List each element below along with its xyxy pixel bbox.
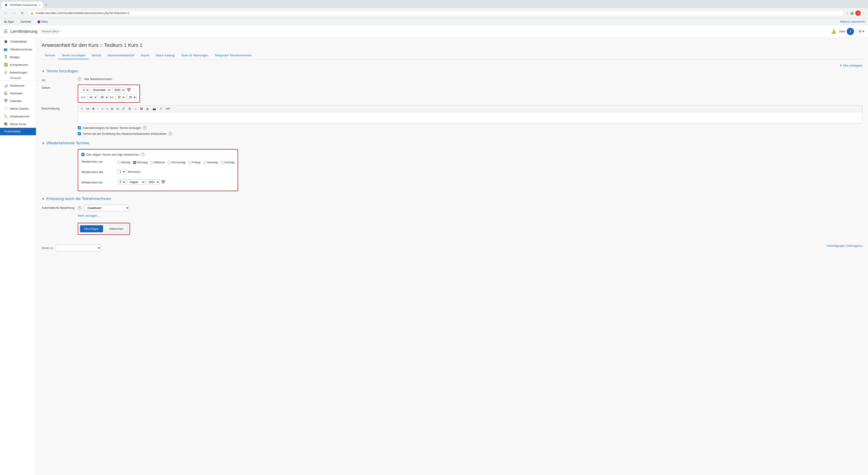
von-min-select[interactable]: 00 bbox=[99, 94, 109, 100]
new-tab-btn[interactable]: + bbox=[44, 3, 49, 7]
star-btn[interactable]: ☆ bbox=[846, 11, 849, 15]
rte-link-btn[interactable]: 🔗 bbox=[121, 107, 127, 111]
bookmark-zammad[interactable]: Zammad bbox=[19, 20, 32, 24]
sidebar-item-kalender[interactable]: 📅 Kalender bbox=[0, 97, 36, 105]
freitag-checkbox[interactable] bbox=[188, 161, 191, 164]
notification-bell-btn[interactable]: 🔔 bbox=[831, 29, 836, 34]
hinzufuegen-btn[interactable]: Hinzufügen bbox=[80, 225, 103, 232]
datum-day-select[interactable]: 3 bbox=[81, 87, 89, 93]
day-sonntag: Sonntag bbox=[221, 161, 235, 164]
rte-unlink-btn[interactable]: ⛓ bbox=[127, 107, 132, 111]
reload-btn[interactable]: ↻ bbox=[19, 10, 25, 16]
tab-termine[interactable]: Termine bbox=[41, 52, 58, 59]
rte-bold-btn[interactable]: B bbox=[91, 107, 96, 111]
bis-day-select[interactable]: 8 bbox=[118, 179, 126, 185]
tab-bericht[interactable]: Bericht bbox=[89, 52, 104, 59]
datum-calendar-icon[interactable]: 📅 bbox=[127, 88, 131, 92]
rte-list2-btn[interactable]: ≡ bbox=[105, 107, 109, 111]
rte-image-btn[interactable]: 🖼 bbox=[139, 107, 144, 111]
donnerstag-checkbox[interactable] bbox=[168, 161, 170, 164]
rte-italic-btn[interactable]: I bbox=[96, 107, 100, 111]
sonntag-checkbox[interactable] bbox=[221, 161, 223, 164]
mehr-link[interactable]: Mehr anzeigen ... bbox=[78, 214, 100, 217]
rte-indent-btn[interactable]: ⊞ bbox=[110, 107, 115, 111]
tab-status-katalog[interactable]: Status Katalog bbox=[153, 52, 178, 59]
sidebar-item-startseite[interactable]: 🏠 Startseite bbox=[0, 89, 36, 97]
rte-emoji-btn[interactable]: ☺ bbox=[133, 107, 138, 111]
back-btn[interactable]: ← bbox=[3, 10, 9, 16]
tab-termin-hinzufuegen[interactable]: Termin hinzufügen bbox=[58, 52, 89, 59]
bookmark-odoo[interactable]: ⬤ Odoo bbox=[36, 20, 49, 24]
lang-selector[interactable]: Deutsch (de) ▾ bbox=[40, 29, 61, 34]
forward-btn[interactable]: → bbox=[11, 10, 17, 16]
abwesenheit-checkbox[interactable] bbox=[78, 132, 81, 135]
rte-hp-btn[interactable]: H/P bbox=[164, 107, 172, 111]
sidebar-item-tk99[interactable]: 🎓 TK99/9/9999 bbox=[0, 38, 36, 46]
sidebar-item-inhaltsspeicher[interactable]: ✏️ Inhaltsspeicher bbox=[0, 112, 36, 120]
section-erfassung-content: Automatische Bewertung ? Deaktiviert Meh… bbox=[41, 205, 863, 217]
address-bar[interactable]: 🔒 moodle.educaltex.com/moodle/mod/attend… bbox=[27, 10, 844, 16]
bis-min-select[interactable]: 30 bbox=[127, 94, 137, 100]
direct-to-select[interactable] bbox=[56, 245, 101, 251]
bookmarks-bar: ⊞ Apps Zammad ⬤ Odoo Weitere Lesezeichen bbox=[0, 18, 868, 25]
rte-area[interactable] bbox=[78, 112, 863, 123]
abwesenheit-help-icon[interactable]: ? bbox=[168, 132, 172, 136]
montag-checkbox[interactable] bbox=[118, 161, 121, 164]
announcements-link[interactable]: Ankündigungen (Verborgen) ▸ bbox=[827, 244, 863, 247]
datum-year-select[interactable]: 2020 bbox=[112, 87, 125, 93]
nav-tabs: Termine Termin hinzufügen Bericht Abwese… bbox=[41, 52, 863, 59]
art-help-icon[interactable]: ? bbox=[78, 77, 81, 81]
bis-calendar-icon[interactable]: 📅 bbox=[161, 180, 165, 184]
repeat-help-icon[interactable]: ? bbox=[141, 153, 145, 156]
wiederholen-alle-row: Wiederholen alle 1 Woche(n) bbox=[81, 169, 235, 177]
sidebar-item-teilnehmer[interactable]: 👥 Teilnehmer/innen bbox=[0, 46, 36, 53]
sidebar-item-meine-kurse[interactable]: 📚 Meine Kurse bbox=[0, 120, 36, 128]
samstag-checkbox[interactable] bbox=[203, 161, 206, 164]
sidebar-sub-verwaist[interactable]: Verwaist bbox=[0, 75, 25, 81]
auto-bewertung-select[interactable]: Deaktiviert bbox=[84, 205, 129, 211]
week-count-select[interactable]: 1 bbox=[118, 169, 126, 174]
rte-list1-btn[interactable]: ≡ bbox=[100, 107, 104, 111]
menu-btn[interactable]: ⋮ bbox=[862, 11, 865, 15]
datum-month-select[interactable]: November bbox=[91, 87, 111, 93]
rte-outdent-btn[interactable]: ⊟ bbox=[115, 107, 120, 111]
more-bookmarks[interactable]: Weitere Lesezeichen bbox=[840, 20, 865, 23]
kalender-help-icon[interactable]: ? bbox=[143, 126, 147, 129]
bookmark-apps[interactable]: ⊞ Apps bbox=[3, 20, 15, 24]
repeat-checkbox[interactable] bbox=[81, 153, 85, 156]
sidebar-item-kompetenzen[interactable]: ✅ Kompetenzen bbox=[0, 61, 36, 68]
section-termin-header[interactable]: ▼ Termin hinzufügen bbox=[41, 69, 863, 73]
section-erfassung-header[interactable]: ▼ Erfassung durch die Teilnehmer/innen bbox=[41, 197, 863, 201]
tab-export[interactable]: Export bbox=[138, 52, 153, 59]
bis-month-select[interactable]: August bbox=[127, 179, 145, 185]
tab-abwesenheitsbericht[interactable]: Abwesenheitsbericht bbox=[104, 52, 138, 59]
hamburger-btn[interactable]: ☰ bbox=[4, 29, 8, 34]
abbrechen-btn[interactable]: Abbrechen bbox=[105, 225, 128, 233]
kalender-checkbox[interactable] bbox=[78, 126, 81, 129]
sidebar-item-tk99-active[interactable]: TK99/9/9999 bbox=[0, 128, 36, 135]
collapse-all-btn[interactable]: ▼ Alles einklappen bbox=[41, 64, 863, 67]
sidebar-item-dateien[interactable]: 📄 Meine Dateien bbox=[0, 105, 36, 112]
tab-texte-warnungen[interactable]: Texte für Warnungen bbox=[178, 52, 211, 59]
section-wiederkehrend-content: Den obigen Termin wie folgt wiederholen … bbox=[41, 149, 863, 191]
tab-temporaere[interactable]: Temporäre Teilnehmer/innen bbox=[211, 52, 255, 59]
extensions-btn[interactable]: 🧩 bbox=[850, 11, 854, 15]
rte-video-btn[interactable]: 📷 bbox=[151, 107, 157, 111]
tab-close-btn[interactable]: × bbox=[39, 4, 40, 6]
browser-tab-active[interactable]: 🎓 TK99/9999: Anwesenheit × bbox=[2, 2, 43, 8]
chrome-user-avatar[interactable]: J bbox=[855, 10, 861, 16]
rte-font-btn[interactable]: A▾ bbox=[85, 107, 91, 111]
bis-hour-select[interactable]: 15 bbox=[116, 94, 125, 100]
sidebar-item-dashboard[interactable]: 📊 Dashboard bbox=[0, 82, 36, 89]
rte-url-btn[interactable]: 🔗 bbox=[158, 107, 164, 111]
section-wiederkehrend-header[interactable]: ▼ Wiederkehrende Termine bbox=[41, 141, 863, 145]
rte-audio-btn[interactable]: 🔊 bbox=[145, 107, 151, 111]
bis-year-select[interactable]: 2021 bbox=[147, 179, 160, 185]
settings-gear-btn[interactable]: ⚙ ▾ bbox=[859, 29, 864, 33]
rte-undo-btn[interactable]: ↩ bbox=[79, 107, 84, 111]
sidebar-item-badges[interactable]: 🏅 Badges bbox=[0, 53, 36, 61]
mittwoch-checkbox[interactable] bbox=[150, 161, 153, 164]
auto-bewertung-help-icon[interactable]: ? bbox=[78, 206, 81, 210]
von-hour-select[interactable]: 14 bbox=[88, 94, 97, 100]
dienstag-checkbox[interactable] bbox=[133, 161, 136, 164]
